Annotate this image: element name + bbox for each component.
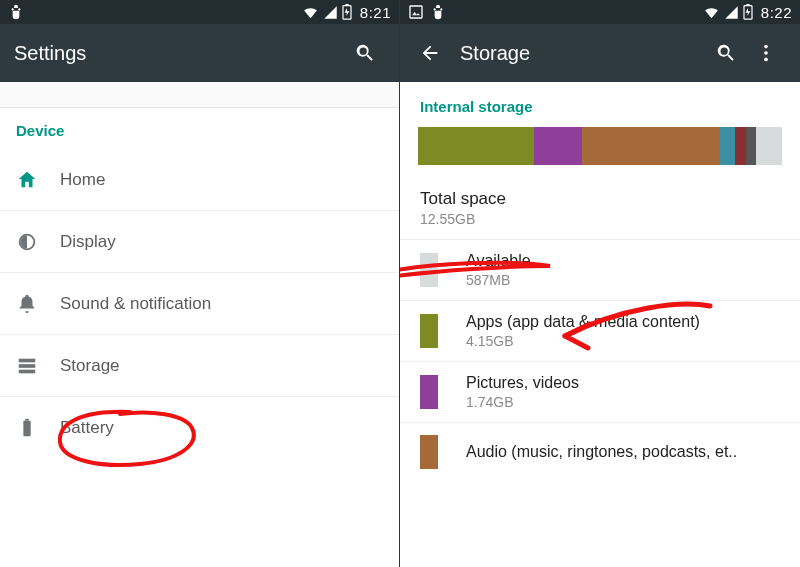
svg-rect-3 [19, 358, 36, 362]
image-notification-icon [408, 4, 424, 20]
storage-row-value: 587MB [466, 272, 780, 288]
settings-item-storage[interactable]: Storage [0, 335, 399, 397]
section-header-internal-storage: Internal storage [400, 82, 800, 123]
svg-rect-4 [19, 364, 36, 368]
status-bar: 8:21 [0, 0, 399, 24]
android-debug-icon [430, 4, 446, 20]
settings-item-label: Battery [60, 418, 114, 438]
settings-item-battery[interactable]: Battery [0, 397, 399, 459]
svg-rect-8 [410, 6, 422, 18]
storage-row-available[interactable]: Available587MB [400, 240, 800, 301]
svg-point-12 [764, 51, 768, 55]
svg-rect-1 [345, 4, 348, 6]
usage-segment-audio [582, 127, 720, 165]
svg-point-11 [764, 45, 768, 49]
display-brightness-icon [16, 231, 38, 253]
usage-segment-pics [534, 127, 581, 165]
svg-rect-10 [746, 4, 749, 6]
cell-signal-icon [724, 5, 739, 20]
storage-row-title: Audio (music, ringtones, podcasts, et.. [466, 443, 780, 461]
battery-charging-icon [342, 4, 352, 20]
home-icon [16, 169, 38, 191]
total-space-value: 12.55GB [420, 211, 780, 227]
settings-item-sound[interactable]: Sound & notification [0, 273, 399, 335]
overflow-menu-button[interactable] [746, 33, 786, 73]
storage-row-pics[interactable]: Pictures, videos1.74GB [400, 362, 800, 423]
android-debug-icon [8, 4, 24, 20]
settings-item-home[interactable]: Home [0, 149, 399, 211]
settings-list: Home Display Sound & notification Storag… [0, 149, 399, 459]
app-bar: Settings [0, 24, 399, 82]
settings-item-label: Storage [60, 356, 120, 376]
wifi-icon [302, 4, 319, 21]
section-header-device: Device [0, 108, 399, 149]
battery-icon [16, 417, 38, 439]
storage-icon [16, 355, 38, 377]
app-bar-title: Storage [460, 42, 706, 65]
settings-item-display[interactable]: Display [0, 211, 399, 273]
storage-screen: 8:22 Storage Internal storage Total spac… [400, 0, 800, 567]
settings-item-label: Sound & notification [60, 294, 211, 314]
storage-row-value: 1.74GB [466, 394, 780, 410]
total-space-label: Total space [420, 189, 780, 209]
settings-item-label: Display [60, 232, 116, 252]
search-icon [354, 42, 376, 64]
status-clock: 8:21 [360, 4, 391, 21]
bell-icon [16, 293, 38, 315]
search-button[interactable] [345, 33, 385, 73]
settings-item-label: Home [60, 170, 105, 190]
svg-rect-6 [23, 421, 30, 437]
usage-segment-misc [746, 127, 757, 165]
storage-row-title: Apps (app data & media content) [466, 313, 780, 331]
wifi-icon [703, 4, 720, 21]
cell-signal-icon [323, 5, 338, 20]
app-bar-title: Settings [14, 42, 345, 65]
settings-screen: 8:21 Settings Device Home Display [0, 0, 400, 567]
app-bar: Storage [400, 24, 800, 82]
more-vert-icon [755, 42, 777, 64]
usage-segment-cache [735, 127, 746, 165]
color-swatch [420, 314, 438, 348]
battery-charging-icon [743, 4, 753, 20]
usage-segment-apps [418, 127, 534, 165]
search-button[interactable] [706, 33, 746, 73]
storage-row-apps[interactable]: Apps (app data & media content)4.15GB [400, 301, 800, 362]
color-swatch [420, 375, 438, 409]
storage-row-title: Pictures, videos [466, 374, 780, 392]
svg-point-13 [764, 58, 768, 62]
color-swatch [420, 435, 438, 469]
storage-usage-bar [418, 127, 782, 165]
back-button[interactable] [410, 33, 450, 73]
storage-row-title: Available [466, 252, 780, 270]
search-icon [715, 42, 737, 64]
svg-rect-7 [25, 419, 29, 421]
arrow-back-icon [419, 42, 441, 64]
storage-row-audio[interactable]: Audio (music, ringtones, podcasts, et.. [400, 423, 800, 481]
status-clock: 8:22 [761, 4, 792, 21]
usage-segment-dl [720, 127, 735, 165]
svg-rect-5 [19, 369, 36, 373]
color-swatch [420, 253, 438, 287]
total-space-row: Total space 12.55GB [400, 179, 800, 240]
storage-row-value: 4.15GB [466, 333, 780, 349]
usage-segment-free [756, 127, 781, 165]
status-bar: 8:22 [400, 0, 800, 24]
